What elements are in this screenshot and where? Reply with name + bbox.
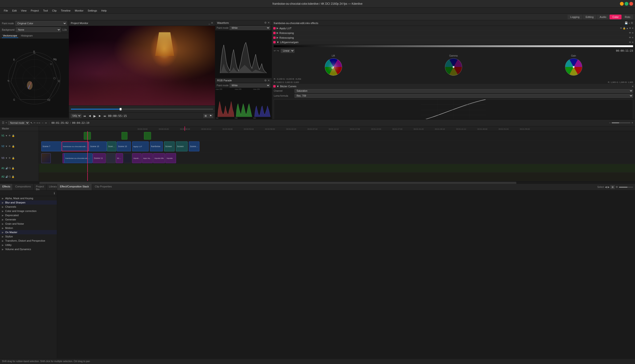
lgg-redo-btn[interactable]: ↪ — [277, 49, 279, 52]
stack-settings-btn[interactable]: ⚙ — [616, 186, 618, 188]
tl-ripple-btn[interactable]: ⟷ — [37, 122, 40, 124]
lut-eye-btn[interactable]: 👁 — [620, 27, 622, 30]
stack-next-btn[interactable]: ▶ — [608, 186, 609, 188]
transport-play[interactable]: ▶ — [93, 114, 97, 118]
stack-prev-btn[interactable]: ◀ — [605, 186, 607, 188]
v3-clip-thumb3[interactable] — [123, 153, 132, 163]
tab-histogram[interactable]: Histogram — [20, 34, 34, 38]
rgb-paint-select[interactable]: White — [230, 84, 270, 88]
lgg-del-btn[interactable]: ✕ — [632, 41, 633, 44]
menu-file[interactable]: File — [2, 8, 10, 13]
transport-rewind[interactable]: ⏮ — [82, 114, 87, 118]
lut-up-btn[interactable]: ▲ — [626, 27, 628, 30]
minimize-button[interactable] — [620, 2, 624, 6]
tl-space-btn[interactable]: ⇔ — [45, 122, 47, 124]
stack-snap-btn[interactable]: ⊞ — [610, 185, 615, 189]
tl-razor-btn[interactable]: ✂ — [34, 122, 36, 124]
menu-monitor[interactable]: Monitor — [73, 8, 85, 13]
v2-mute-btn[interactable]: 👁 — [9, 145, 11, 148]
v2-lock-btn[interactable]: 🔒 — [12, 145, 15, 148]
v2-clip-main-selected[interactable]: framboise-ou-chocolat-edit.mov — [62, 142, 89, 151]
a2-solo-btn[interactable]: S — [9, 176, 11, 178]
transport-prev[interactable]: ◀ — [88, 114, 92, 118]
v2-clip-5[interactable]: Scene 15 — [117, 142, 131, 151]
snap-btn[interactable]: ⊞ — [203, 114, 208, 118]
effects-tab[interactable]: Effects — [0, 184, 13, 190]
paint-mode-select[interactable]: Original Color — [15, 21, 67, 26]
v2-clip-scene7-1[interactable]: Scene 7 — [41, 142, 61, 151]
tab-editing[interactable]: Editing — [583, 14, 596, 19]
v2-clip-7[interactable]: framboise — [150, 142, 163, 151]
effects-add-btn[interactable]: + — [629, 22, 630, 24]
luma1-select[interactable]: Rec. 709 — [294, 94, 633, 98]
lut-down-btn[interactable]: ▼ — [629, 27, 631, 30]
tree-item-motion[interactable]: ▶ Motion — [0, 226, 57, 230]
close-button[interactable] — [629, 2, 633, 6]
effects-info-btn[interactable]: ℹ — [54, 192, 55, 195]
effects-settings-btn[interactable]: ⚙ — [631, 22, 633, 24]
tl-mode-select[interactable]: Normal mode — [8, 121, 30, 125]
menu-help[interactable]: Help — [99, 8, 109, 13]
roto1-eye-btn[interactable]: 👁 — [629, 32, 631, 34]
lut-lock-btn[interactable]: 🔒 — [623, 27, 625, 30]
tab-color[interactable]: Color — [609, 14, 621, 19]
menu-project[interactable]: Project — [29, 8, 41, 13]
tree-item-utility[interactable]: ▶ Utility — [0, 243, 57, 247]
tl-add-track-btn[interactable]: + — [6, 121, 7, 124]
tree-item-blur[interactable]: ▶ Blur and Sharpen — [0, 200, 57, 205]
v3-clip-thumbnail[interactable] — [41, 153, 51, 163]
v2-clip-9[interactable]: Screen — [176, 142, 188, 151]
v2-clip-8[interactable]: Screen — [164, 142, 175, 151]
tree-item-onmaster[interactable]: ▶ On Master — [0, 230, 57, 234]
menu-timeline[interactable]: Timeline — [59, 8, 73, 13]
compositions-tab[interactable]: Compositions — [13, 184, 34, 190]
background-select[interactable]: None — [16, 27, 61, 32]
v2-clip-3[interactable]: Scene 15 — [89, 142, 107, 151]
waveform-close-icon[interactable]: ✕ — [268, 21, 270, 24]
v3-clip-scene11[interactable]: Scene 11 — [93, 153, 106, 163]
stack-tab[interactable]: Effect/Composition Stack — [57, 184, 92, 190]
v1-clip-3[interactable] — [144, 132, 151, 140]
project-bin-tab[interactable]: Project Bin — [34, 184, 47, 190]
tree-item-stylize[interactable]: ▶ Stylize — [0, 234, 57, 238]
roto2-del-btn[interactable]: ✕ — [632, 36, 633, 39]
v3-clip-scene17[interactable]: sc 17 — [116, 153, 123, 163]
clip-properties-tab[interactable]: Clip Properties — [92, 184, 115, 190]
tl-select-btn[interactable]: ↖ — [31, 122, 33, 124]
rgb-settings-icon[interactable]: ⚙ — [264, 79, 267, 82]
a1-mute-btn[interactable]: 🔊 — [6, 167, 8, 170]
rgb-close-icon[interactable]: ✕ — [268, 79, 270, 82]
v2-clip-6[interactable]: Apply LUT — [132, 142, 149, 151]
monitor-close-icon[interactable]: ✕ — [211, 22, 213, 24]
roto2-eye-btn[interactable]: 👁 — [629, 36, 631, 39]
v2-collapse-btn[interactable]: ▼ — [5, 145, 8, 148]
menu-clip[interactable]: Clip — [50, 8, 59, 13]
tree-item-grain[interactable]: ▶ Grain and Noise — [0, 222, 57, 226]
zoom-slider[interactable] — [619, 187, 633, 188]
tl-zoom-out-btn[interactable]: − — [609, 121, 611, 124]
v3-mute-btn[interactable]: 👁 — [9, 157, 11, 159]
tree-item-color[interactable]: ▶ Color and Image correction — [0, 209, 57, 213]
interpolation-select[interactable]: Linear — [281, 49, 294, 53]
effects-save-btn[interactable]: 💾 — [625, 22, 628, 24]
tab-roto[interactable]: Roto — [622, 14, 633, 19]
v3-clip-vignette2[interactable]: Apps Vignette — [142, 153, 153, 163]
v3-collapse-btn[interactable]: ▼ — [5, 157, 8, 159]
tree-item-volume[interactable]: ▶ Volume and Dynamics — [0, 247, 57, 251]
v3-clip-main[interactable]: framboise-ou-chocolat-edit.mov — [64, 153, 93, 163]
menu-edit[interactable]: Edit — [10, 8, 19, 13]
tl-zoom-in-btn[interactable]: + — [631, 121, 633, 124]
menu-settings[interactable]: Settings — [86, 8, 99, 13]
v3-clip-vignette4[interactable]: Vignette — [165, 153, 176, 163]
a1-lock-btn[interactable]: 🔒 — [12, 167, 15, 170]
a2-lock-btn[interactable]: 🔒 — [12, 176, 15, 178]
timeline-scrollbar[interactable] — [39, 181, 635, 184]
tl-menu-btn[interactable]: ☰ — [2, 121, 5, 124]
v1-clip-2[interactable] — [122, 132, 127, 140]
menu-tool[interactable]: Tool — [41, 8, 50, 13]
v1-mute-btn[interactable]: 👁 — [9, 134, 11, 137]
a2-mute-btn[interactable]: 🔊 — [6, 176, 8, 178]
tab-vectorscope[interactable]: Vectorscope — [2, 34, 18, 38]
bezier1-del-btn[interactable]: ✕ — [632, 85, 633, 88]
tree-item-channels[interactable]: ▶ Channels — [0, 205, 57, 209]
